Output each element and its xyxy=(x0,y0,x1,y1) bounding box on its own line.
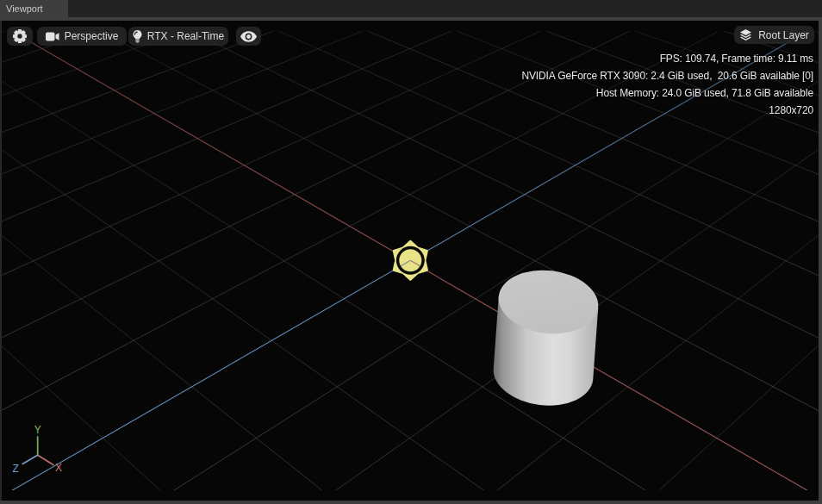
svg-text:X: X xyxy=(55,462,62,474)
svg-text:Y: Y xyxy=(34,424,41,436)
svg-text:Z: Z xyxy=(13,463,19,475)
